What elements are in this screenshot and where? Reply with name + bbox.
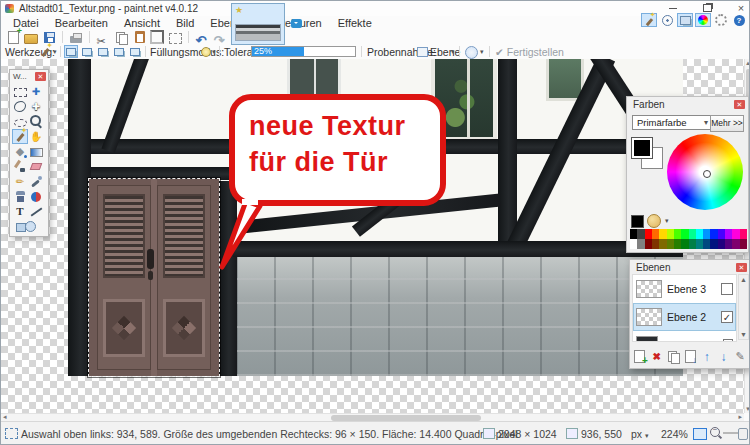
layers-panel-close-icon[interactable]: ✕ bbox=[736, 263, 747, 272]
help-button[interactable]: ? bbox=[731, 13, 747, 27]
line-curve-tool[interactable] bbox=[28, 204, 44, 219]
palette-swatch[interactable] bbox=[659, 239, 666, 249]
scroll-up-icon[interactable]: ▲ bbox=[739, 276, 748, 283]
delete-layer-button[interactable] bbox=[650, 350, 664, 364]
zoom-out-icon[interactable]: − bbox=[710, 427, 720, 437]
layer-visibility-checkbox[interactable]: ✓ bbox=[721, 311, 733, 323]
palette-swatch[interactable] bbox=[696, 229, 703, 239]
recolor-tool[interactable] bbox=[28, 189, 44, 204]
color-wheel[interactable] bbox=[667, 134, 743, 210]
palette-icon[interactable] bbox=[647, 214, 661, 228]
layer-properties-button[interactable] bbox=[733, 350, 747, 364]
crop-to-selection-button[interactable] bbox=[149, 30, 165, 45]
palette-swatch[interactable] bbox=[718, 239, 725, 249]
move-selection-tool[interactable] bbox=[28, 99, 44, 114]
palette-swatch[interactable] bbox=[681, 229, 688, 239]
undo-button[interactable] bbox=[194, 30, 210, 45]
palette-swatch[interactable] bbox=[703, 229, 710, 239]
palette-swatch[interactable] bbox=[718, 229, 725, 239]
palette-swatch[interactable] bbox=[740, 239, 747, 249]
menu-item-bild[interactable]: Bild bbox=[170, 17, 200, 29]
image-list-icon[interactable] bbox=[291, 19, 302, 28]
horizontal-scrollbar[interactable]: ◂ ▸ bbox=[1, 413, 744, 421]
palette-swatch[interactable] bbox=[725, 229, 732, 239]
paste-button[interactable] bbox=[131, 30, 147, 45]
palette-swatch[interactable] bbox=[630, 239, 637, 249]
redo-button[interactable] bbox=[212, 30, 228, 45]
image-tab[interactable]: ★ bbox=[231, 3, 285, 45]
primary-color-swatch[interactable] bbox=[631, 137, 653, 159]
palette-caret-icon[interactable]: ▾ bbox=[665, 217, 669, 225]
history-panel-toggle[interactable] bbox=[659, 13, 675, 27]
color-picker-tool[interactable] bbox=[28, 174, 44, 189]
eraser-tool[interactable] bbox=[28, 159, 44, 174]
tools-panel-toggle[interactable] bbox=[641, 13, 657, 27]
selection-mode-intersect-button[interactable] bbox=[112, 45, 126, 58]
layers-panel-toggle[interactable] bbox=[677, 13, 693, 27]
palette-swatch[interactable] bbox=[732, 239, 739, 249]
sampling-caret[interactable]: ▾ bbox=[451, 48, 455, 56]
selection-mode-replace-button[interactable] bbox=[64, 45, 78, 58]
palette-swatch[interactable] bbox=[689, 239, 696, 249]
colors-panel-close-icon[interactable]: ✕ bbox=[734, 100, 745, 109]
scroll-down-icon[interactable]: ▼ bbox=[739, 331, 748, 338]
palette-swatch[interactable] bbox=[652, 239, 659, 249]
unit-select[interactable]: px ▾ bbox=[631, 428, 649, 440]
duplicate-layer-button[interactable] bbox=[666, 350, 680, 364]
layer-row-hintergrund[interactable]: Hintergrund✓ bbox=[633, 331, 736, 342]
layer-row-ebene-3[interactable]: Ebene 3 bbox=[633, 275, 736, 303]
scroll-right-icon[interactable]: ▸ bbox=[738, 413, 742, 421]
zoom-to-window-button[interactable] bbox=[693, 428, 707, 440]
menu-item-effekte[interactable]: Effekte bbox=[332, 17, 378, 29]
antialias-icon[interactable] bbox=[465, 46, 478, 59]
palette-swatch[interactable] bbox=[645, 229, 652, 239]
more-button[interactable]: Mehr >> bbox=[710, 115, 744, 132]
palette-swatch[interactable] bbox=[637, 239, 644, 249]
palette-swatch[interactable] bbox=[725, 239, 732, 249]
palette-swatch[interactable] bbox=[703, 239, 710, 249]
menu-item-ansicht[interactable]: Ansicht bbox=[118, 17, 166, 29]
palette-swatch[interactable] bbox=[740, 229, 747, 239]
menu-item-bearbeiten[interactable]: Bearbeiten bbox=[49, 17, 114, 29]
rect-select-tool[interactable] bbox=[12, 84, 28, 99]
tool-dropdown-caret[interactable]: ▾ bbox=[53, 48, 57, 56]
open-button[interactable] bbox=[23, 30, 39, 45]
cut-button[interactable] bbox=[95, 30, 111, 45]
layer-row-ebene-2[interactable]: Ebene 2✓ bbox=[633, 303, 736, 331]
layer-visibility-checkbox[interactable] bbox=[721, 283, 733, 295]
paintbrush-tool[interactable] bbox=[12, 159, 28, 174]
palette-swatch[interactable] bbox=[667, 239, 674, 249]
new-button[interactable] bbox=[5, 30, 21, 45]
selection-mode-invert-button[interactable] bbox=[128, 45, 142, 58]
shapes-tool[interactable] bbox=[12, 219, 44, 234]
scroll-up-icon[interactable]: ▲ bbox=[745, 60, 750, 66]
palette-swatch[interactable] bbox=[689, 229, 696, 239]
paint-bucket-tool[interactable] bbox=[12, 144, 28, 159]
layer-visibility-checkbox[interactable]: ✓ bbox=[723, 339, 733, 342]
pan-tool[interactable] bbox=[28, 129, 44, 144]
menu-item-datei[interactable]: Datei bbox=[7, 17, 45, 29]
selection-mode-subtract-button[interactable] bbox=[96, 45, 110, 58]
palette-swatch[interactable] bbox=[659, 229, 666, 239]
palette-swatch[interactable] bbox=[710, 239, 717, 249]
move-selected-pixels-tool[interactable] bbox=[28, 84, 44, 99]
palette-swatch[interactable] bbox=[630, 229, 637, 239]
clone-stamp-tool[interactable] bbox=[12, 189, 28, 204]
palette-swatch[interactable] bbox=[681, 239, 688, 249]
fill-mode-caret[interactable]: ▾ bbox=[212, 48, 216, 56]
zoom-slider-thumb[interactable] bbox=[738, 428, 748, 440]
antialias-caret[interactable]: ▾ bbox=[480, 48, 484, 56]
tools-palette-close-icon[interactable]: ✕ bbox=[35, 72, 46, 81]
color-mode-select[interactable]: Primärfarbe bbox=[632, 115, 712, 130]
layers-scrollbar[interactable]: ▲ ▼ bbox=[738, 274, 749, 340]
pencil-tool[interactable] bbox=[12, 174, 28, 189]
finish-button[interactable]: ✔ Fertigstellen bbox=[495, 46, 564, 58]
print-button[interactable] bbox=[68, 30, 84, 45]
palette-swatch[interactable] bbox=[674, 239, 681, 249]
move-layer-up-button[interactable] bbox=[700, 350, 714, 364]
colors-panel-toggle[interactable] bbox=[695, 13, 711, 27]
palette-swatch[interactable] bbox=[732, 229, 739, 239]
merge-layer-down-button[interactable]: ↓ bbox=[683, 350, 697, 364]
selection-mode-add-button[interactable] bbox=[80, 45, 94, 58]
copy-button[interactable] bbox=[113, 30, 129, 45]
